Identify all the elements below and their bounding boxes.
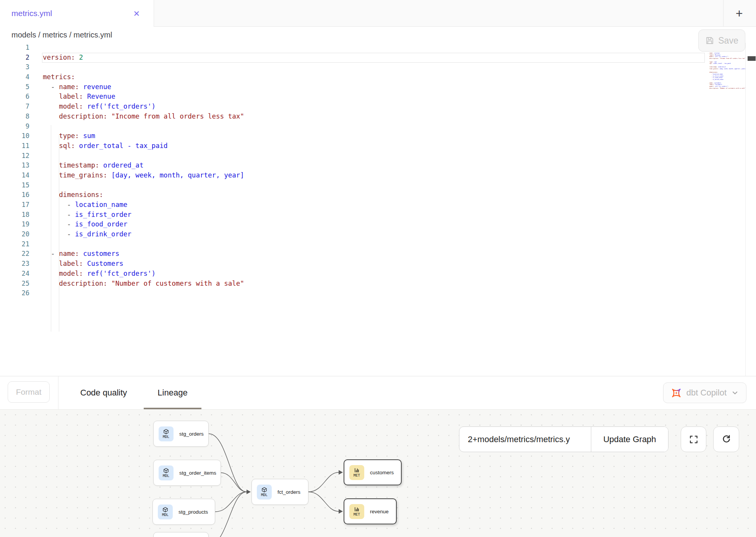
line-number: 22 — [0, 249, 31, 259]
tab-strip-empty-area — [154, 0, 756, 27]
code-line-14[interactable]: time_grains: [day, week, month, quarter,… — [43, 171, 244, 181]
met-badge: MET — [349, 504, 364, 519]
model-cube-icon — [261, 487, 267, 493]
code-line-7[interactable]: model: ref('fct_orders') — [43, 102, 244, 112]
met-badge: MET — [349, 465, 364, 480]
code-line-23[interactable]: label: Customers — [43, 259, 244, 269]
line-number: 25 — [0, 279, 31, 289]
line-number: 20 — [0, 229, 31, 239]
toolbar-divider — [58, 376, 58, 409]
line-number: 10 — [0, 131, 31, 141]
refresh-icon — [721, 434, 732, 444]
node-label: stg_orders — [179, 431, 204, 437]
mdl-badge: MDL — [158, 504, 173, 519]
code-line-1[interactable] — [43, 43, 244, 53]
chevron-down-icon — [732, 389, 738, 396]
line-number: 6 — [0, 92, 31, 102]
badge-type-label: MDL — [162, 513, 169, 517]
line-number: 2 — [0, 53, 31, 63]
code-line-22[interactable]: - name: customers — [43, 249, 244, 259]
close-tab-icon[interactable]: ✕ — [133, 10, 140, 18]
line-number: 11 — [0, 141, 31, 151]
code-line-18[interactable]: - is_first_order — [43, 210, 244, 220]
lineage-node-partial[interactable]: MDL — [153, 532, 209, 537]
format-button[interactable]: Format — [8, 381, 50, 403]
lineage-node-customers[interactable]: METcustomers — [344, 459, 402, 485]
tab-metrics-yml[interactable]: metrics.yml ✕ — [0, 0, 154, 27]
code-line-11[interactable]: sql: order_total - tax_paid — [43, 141, 244, 151]
save-button[interactable]: Save — [698, 29, 745, 52]
code-line-5[interactable]: - name: revenue — [43, 82, 244, 92]
code-line-2[interactable]: version: 2 — [43, 53, 244, 63]
code-line-25[interactable]: description: "Number of customers with a… — [43, 279, 244, 289]
minimap[interactable]: version: 2metrics: - name: revenue label… — [706, 45, 745, 103]
line-number: 24 — [0, 269, 31, 279]
line-number: 8 — [0, 112, 31, 122]
code-line-19[interactable]: - is_food_order — [43, 220, 244, 229]
plus-icon: + — [736, 7, 743, 21]
lineage-graph-panel[interactable]: MDLstg_ordersMDLstg_order_itemsMDLstg_pr… — [0, 410, 756, 537]
dbt-copilot-button[interactable]: dbt Copilot — [663, 382, 746, 403]
code-line-20[interactable]: - is_drink_order — [43, 229, 244, 239]
code-content[interactable]: version: 2metrics: - name: revenue label… — [43, 43, 244, 298]
line-number: 4 — [0, 72, 31, 82]
code-line-24[interactable]: model: ref('fct_orders') — [43, 269, 244, 279]
line-number: 18 — [0, 210, 31, 220]
refresh-button[interactable] — [713, 426, 739, 452]
code-line-8[interactable]: description: "Income from all orders les… — [43, 112, 244, 122]
code-line-12[interactable] — [43, 151, 244, 161]
line-number: 17 — [0, 200, 31, 210]
line-number: 15 — [0, 181, 31, 190]
metric-chart-icon — [354, 506, 360, 512]
code-line-17[interactable]: - location_name — [43, 200, 244, 210]
lineage-node-stg_order_items[interactable]: MDLstg_order_items — [153, 460, 221, 486]
mdl-badge: MDL — [257, 485, 272, 500]
code-line-13[interactable]: timestamp: ordered_at — [43, 161, 244, 171]
code-line-4[interactable]: metrics: — [43, 72, 244, 82]
lineage-node-stg_products[interactable]: MDLstg_products — [152, 499, 215, 525]
line-number: 13 — [0, 161, 31, 171]
new-tab-button[interactable]: + — [727, 3, 751, 24]
line-number: 7 — [0, 102, 31, 112]
lineage-node-revenue[interactable]: METrevenue — [344, 498, 397, 524]
tab-code-quality[interactable]: Code quality — [73, 376, 134, 409]
badge-type-label: MDL — [163, 474, 169, 478]
line-number: 16 — [0, 190, 31, 200]
badge-type-label: MDL — [261, 493, 268, 497]
panel-tabs: Code quality Lineage — [73, 376, 201, 409]
code-line-10[interactable]: type: sum — [43, 131, 244, 141]
dbt-copilot-label: dbt Copilot — [686, 388, 727, 398]
model-cube-icon — [163, 468, 169, 474]
update-graph-button[interactable]: Update Graph — [591, 427, 668, 452]
save-button-label: Save — [718, 36, 738, 46]
code-line-26[interactable] — [43, 288, 244, 298]
line-number: 21 — [0, 239, 31, 249]
line-number: 12 — [0, 151, 31, 161]
overview-ruler-cursor-marker — [748, 56, 756, 61]
breadcrumb-bar: models / metrics / metrics.yml — [0, 27, 756, 43]
code-line-3[interactable] — [43, 62, 244, 72]
code-line-21[interactable] — [43, 239, 244, 249]
tab-lineage[interactable]: Lineage — [144, 376, 201, 409]
code-editor[interactable]: 1234567891011121314151617181920212223242… — [0, 43, 756, 376]
line-number: 3 — [0, 62, 31, 72]
line-number: 23 — [0, 259, 31, 269]
badge-type-label: MDL — [163, 435, 169, 439]
code-line-6[interactable]: label: Revenue — [43, 92, 244, 102]
metric-chart-icon — [354, 467, 360, 473]
mdl-badge: MDL — [159, 465, 174, 480]
tab-strip: metrics.yml ✕ + — [0, 0, 756, 27]
lineage-filter-input[interactable] — [459, 427, 591, 452]
lineage-node-stg_orders[interactable]: MDLstg_orders — [153, 421, 209, 447]
code-line-9[interactable] — [43, 122, 244, 132]
dbt-copilot-icon — [671, 388, 681, 398]
lineage-node-fct_orders[interactable]: MDLfct_orders — [251, 479, 308, 505]
badge-type-label: MET — [354, 474, 360, 477]
code-line-15[interactable] — [43, 181, 244, 190]
minimap-separator — [745, 43, 746, 376]
code-line-16[interactable]: dimensions: — [43, 190, 244, 200]
line-number: 14 — [0, 171, 31, 181]
mdl-badge: MDL — [159, 426, 174, 441]
fullscreen-button[interactable] — [681, 426, 706, 452]
node-label: stg_order_items — [179, 470, 216, 476]
